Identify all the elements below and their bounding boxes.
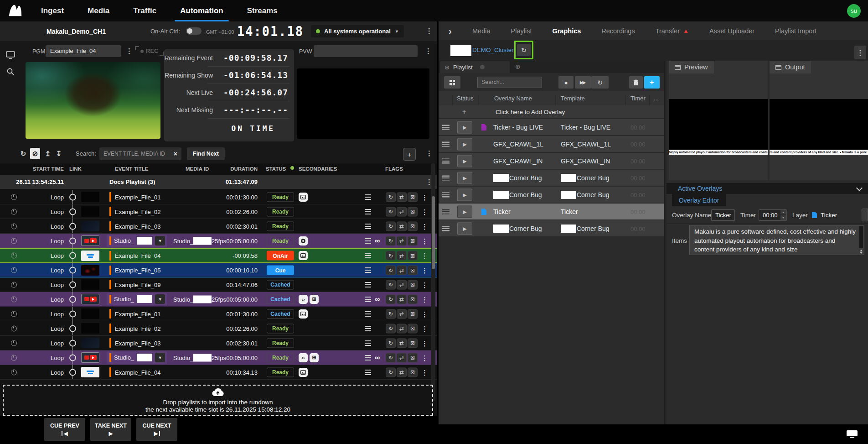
pvw-menu-kebab-icon[interactable]: ⋮ <box>425 47 432 54</box>
drag-handle-icon[interactable] <box>442 141 450 146</box>
pgm-file-input[interactable]: Example_File_04 <box>46 45 121 57</box>
studio-title-cell[interactable]: Studio_▼ <box>107 293 167 305</box>
channel-menu-kebab-icon[interactable]: ⋮ <box>426 27 433 34</box>
no-thumbnail-flag-button[interactable]: ⊠ <box>408 236 418 246</box>
swap-flag-button[interactable]: ⇄ <box>397 309 407 319</box>
loop-flag-button[interactable]: ↻ <box>386 192 396 202</box>
search-icon[interactable] <box>6 68 15 78</box>
secondaries-list-icon[interactable] <box>365 340 371 346</box>
overlay-play-button[interactable]: ▶ <box>457 205 472 218</box>
loop-flag-button[interactable]: ↻ <box>386 294 396 304</box>
fast-forward-button[interactable]: ▶▶ <box>575 76 591 89</box>
row-menu-kebab-icon[interactable]: ⋮ <box>421 340 428 346</box>
no-thumbnail-flag-button[interactable]: ⊠ <box>408 280 418 289</box>
chevron-down-icon[interactable]: ▼ <box>155 353 165 362</box>
display-icon[interactable] <box>846 430 858 440</box>
drag-handle-icon[interactable] <box>442 192 450 197</box>
swap-flag-button[interactable]: ⇄ <box>397 207 407 216</box>
add-overlay-row[interactable]: + Click here to Add Overlay <box>439 105 664 119</box>
link-node[interactable] <box>69 252 76 259</box>
rundown-row-example-file-01-cached[interactable]: LoopExample_File_0100:01:30.00Cached↻⇄⊠⋮ <box>0 307 437 321</box>
no-thumbnail-flag-button[interactable]: ⊠ <box>408 207 418 216</box>
rundown-row-studio-ready[interactable]: LoopStudio_▼Studio_25fps00:05:00.00Ready… <box>0 350 437 365</box>
loop-flag-button[interactable]: ↻ <box>386 221 396 231</box>
cue-prev-button[interactable]: CUE PREV◀ <box>44 418 85 441</box>
rundown-row-example-file-01-ready[interactable]: LoopExample_File_0100:01:30.00Ready↻⇄⊠⋮ <box>0 190 437 204</box>
pgm-menu-kebab-icon[interactable]: ⋮ <box>126 47 133 54</box>
resize-handle-icon[interactable] <box>859 250 863 254</box>
tab-playlist[interactable]: Playlist <box>511 27 532 35</box>
overlay-play-button[interactable]: ▶ <box>457 188 472 201</box>
no-thumbnail-flag-button[interactable]: ⊠ <box>408 266 418 275</box>
active-overlays-bar[interactable]: Active Overlays <box>666 183 868 194</box>
loop-flag-button[interactable]: ↻ <box>386 207 396 216</box>
stop-button[interactable]: ■ <box>558 76 574 89</box>
row-menu-kebab-icon[interactable]: ⋮ <box>421 369 428 376</box>
row-menu-kebab-icon[interactable]: ⋮ <box>421 281 428 288</box>
overlay-row-gfx-crawl-1l[interactable]: ▶GFX_CRAWL_1LGFX_CRAWL_1L00:00 <box>439 136 664 153</box>
rundown-row-example-file-04-ready[interactable]: LoopExample_File_0400:10:34.13Ready↻⇄⊠⋮ <box>0 365 437 380</box>
secondaries-list-icon[interactable] <box>365 224 371 229</box>
link-node[interactable] <box>69 237 76 244</box>
swap-flag-button[interactable]: ⇄ <box>397 236 407 246</box>
add-event-button[interactable]: + <box>403 148 416 161</box>
swap-flag-button[interactable]: ⇄ <box>397 353 407 362</box>
rundown-search-input[interactable]: EVENT TITLE, MEDIA ID × <box>99 147 181 160</box>
rundown-row-example-file-03-ready[interactable]: LoopExample_File_0300:02:30.01Ready↻⇄⊠⋮ <box>0 336 437 350</box>
rundown-row-example-file-03-ready[interactable]: LoopExample_File_0300:02:30.01Ready↻⇄⊠⋮ <box>0 219 437 234</box>
swap-flag-button[interactable]: ⇄ <box>397 294 407 304</box>
link-node[interactable] <box>69 223 76 230</box>
collapse-panel-chevron-icon[interactable]: › <box>449 26 452 36</box>
rundown-row-studio-cached[interactable]: LoopStudio_▼Studio_25fps00:05:00.00Cache… <box>0 292 437 307</box>
row-menu-kebab-icon[interactable]: ⋮ <box>421 354 428 361</box>
overlay-row-gfx-crawl-in[interactable]: ▶GFX_CRAWL_INGFX_CRAWL_IN00:00 <box>439 153 664 170</box>
rundown-row-studio-ready[interactable]: LoopStudio_▼Studio_25fps00:05:00.00Ready… <box>0 234 437 248</box>
row-menu-kebab-icon[interactable]: ⋮ <box>421 193 428 200</box>
link-node[interactable] <box>69 369 76 376</box>
swap-flag-button[interactable]: ⇄ <box>397 367 407 377</box>
overlay-editor-tab[interactable]: Overlay Editor <box>672 194 726 206</box>
no-thumbnail-flag-button[interactable]: ⊠ <box>408 192 418 202</box>
overlay-play-button[interactable]: ▶ <box>457 121 472 133</box>
nav-tab-ingest[interactable]: Ingest <box>41 0 64 21</box>
overlay-name-input[interactable]: Ticker <box>711 209 735 221</box>
overlay-row-ticker-bug-live[interactable]: ▶Ticker - Bug LIVETicker - Bug LIVE00:00 <box>439 119 664 136</box>
link-node[interactable] <box>69 296 76 303</box>
no-thumbnail-flag-button[interactable]: ⊠ <box>408 221 418 231</box>
secondaries-list-icon[interactable] <box>365 194 371 200</box>
loop-flag-button[interactable]: ↻ <box>386 266 396 275</box>
rundown-row-example-file-04-onair[interactable]: LoopExample_File_04-00:09.58OnAir↻⇄⊠⋮ <box>0 248 437 263</box>
rec-button[interactable]: REC <box>135 46 164 56</box>
autoscroll-off-icon[interactable]: ⊘ <box>30 148 40 159</box>
rundown-row-example-file-05-cue[interactable]: LoopExample_File_0500:00:10.10Cue↻⇄⊠⋮ <box>0 263 437 277</box>
secondaries-list-icon[interactable] <box>365 267 371 273</box>
grid-view-button[interactable] <box>444 76 460 89</box>
system-status-dropdown[interactable]: All systems operational ▼ <box>311 25 404 37</box>
close-tab-icon[interactable]: ⊗ <box>444 64 450 71</box>
rundown-row-example-file-02-ready[interactable]: LoopExample_File_0200:02:26.00Ready↻⇄⊠⋮ <box>0 204 437 219</box>
graphics-playlist-tab[interactable]: ⊗ Playlist <box>440 61 510 73</box>
overlay-play-button[interactable]: ▶ <box>457 155 472 167</box>
row-menu-kebab-icon[interactable]: ⋮ <box>421 325 428 332</box>
link-node[interactable] <box>69 281 76 288</box>
add-tab-icon[interactable]: ⊕ <box>515 63 521 70</box>
swap-flag-button[interactable]: ⇄ <box>397 266 407 275</box>
overlay-play-button[interactable]: ▶ <box>457 138 472 150</box>
loop-flag-button[interactable]: ↻ <box>386 324 396 333</box>
find-next-button[interactable]: Find Next <box>187 147 225 160</box>
secondaries-list-icon[interactable] <box>365 297 371 302</box>
output-tab[interactable]: Output <box>770 61 811 73</box>
row-menu-kebab-icon[interactable]: ⋮ <box>421 252 428 259</box>
rundown-row-example-file-02-ready[interactable]: LoopExample_File_0200:02:26.00Ready↻⇄⊠⋮ <box>0 321 437 336</box>
tab-recordings[interactable]: Recordings <box>601 27 635 35</box>
no-thumbnail-flag-button[interactable]: ⊠ <box>408 251 418 261</box>
tab-playlist-import[interactable]: Playlist Import <box>775 27 816 35</box>
link-node[interactable] <box>69 193 76 200</box>
preview-tab[interactable]: Preview <box>669 61 714 73</box>
drag-handle-icon[interactable] <box>442 226 450 231</box>
loop-button[interactable]: ↻ <box>591 76 609 89</box>
clear-search-icon[interactable]: × <box>174 150 177 157</box>
swap-flag-button[interactable]: ⇄ <box>397 280 407 289</box>
row-menu-kebab-icon[interactable]: ⋮ <box>421 267 428 274</box>
drag-handle-icon[interactable] <box>442 125 450 130</box>
